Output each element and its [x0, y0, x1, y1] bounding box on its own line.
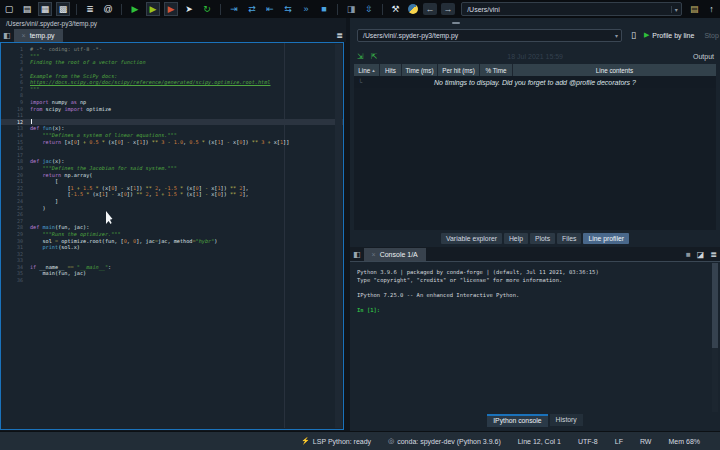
- code-line[interactable]: 9import numpy as np: [1, 99, 343, 106]
- code-line[interactable]: 28def main(fun, jac):: [1, 224, 343, 231]
- column-header-line-contents[interactable]: Line contents: [513, 64, 716, 76]
- code-line[interactable]: 22 [1 + 1.5 * (x[0] - x[1]) ** 2, -1.5 *…: [1, 184, 343, 191]
- code-line[interactable]: 14 """Defines a system of linear equatio…: [1, 132, 343, 139]
- chevron-down-icon[interactable]: ▾: [671, 6, 681, 13]
- code-line[interactable]: 34if __name__ == "__main__":: [1, 264, 343, 271]
- code-line[interactable]: 17: [1, 152, 343, 159]
- console-prompt[interactable]: In [1]:: [350, 307, 720, 315]
- encoding-status[interactable]: UTF-8: [578, 438, 598, 445]
- interpreter-status[interactable]: ◎conda: spyder-dev (Python 3.9.6): [388, 437, 501, 445]
- code-line[interactable]: 4: [1, 66, 343, 73]
- working-directory-combobox[interactable]: /Users/vini ▾: [461, 2, 682, 16]
- code-line[interactable]: 10from scipy import optimize: [1, 105, 343, 112]
- splitter-handle[interactable]: [452, 22, 460, 24]
- step-return-icon[interactable]: ⇆: [281, 2, 295, 16]
- code-line[interactable]: 11: [1, 112, 343, 119]
- expand-all-icon[interactable]: ⇱: [371, 52, 378, 61]
- column-header-per-hit-ms-[interactable]: Per hit (ms): [438, 64, 480, 76]
- run-selection-icon[interactable]: ➤: [182, 2, 196, 16]
- tab-history[interactable]: History: [550, 414, 583, 426]
- code-line[interactable]: 1# -*- coding: utf-8 -*-: [1, 46, 343, 53]
- save-all-icon[interactable]: ▩: [56, 2, 70, 16]
- code-line[interactable]: 21 [: [1, 178, 343, 185]
- code-line[interactable]: 31 print(sol.x): [1, 244, 343, 251]
- preferences-icon[interactable]: ⚒: [389, 2, 402, 16]
- profiler-table-header[interactable]: Line▴HitsTime (ms)Per hit (ms)% TimeLine…: [354, 64, 716, 76]
- code-line[interactable]: 33: [1, 257, 343, 264]
- code-line[interactable]: 18def jac(x):: [1, 158, 343, 165]
- step-over-icon[interactable]: ⇄: [245, 2, 259, 16]
- continue-icon[interactable]: »: [299, 2, 313, 16]
- code-line[interactable]: 36: [1, 277, 343, 284]
- ipython-console-output[interactable]: Python 3.9.6 | packaged by conda-forge |…: [350, 261, 720, 414]
- code-line[interactable]: 32: [1, 250, 343, 257]
- code-line[interactable]: 27: [1, 217, 343, 224]
- console-options-icon[interactable]: ≣: [710, 250, 717, 259]
- browse-directory-icon[interactable]: ▤: [688, 2, 701, 16]
- console-tab[interactable]: × Console 1/A: [364, 248, 426, 261]
- debug-file-icon[interactable]: ⇥: [227, 2, 241, 16]
- column-header--time[interactable]: % Time: [480, 64, 513, 76]
- code-line[interactable]: 29 """Runs the optimizer.""": [1, 231, 343, 238]
- tab-plots[interactable]: Plots: [530, 233, 555, 244]
- back-icon[interactable]: ←: [423, 3, 437, 15]
- chevron-down-icon[interactable]: ▾: [612, 32, 621, 39]
- code-line[interactable]: 2""": [1, 53, 343, 60]
- code-line[interactable]: 8: [1, 92, 343, 99]
- code-line[interactable]: 20 return np.array(: [1, 171, 343, 178]
- code-line[interactable]: 25 ): [1, 204, 343, 211]
- save-file-icon[interactable]: ▦: [38, 2, 52, 16]
- rerun-cell-icon[interactable]: ↻: [200, 2, 214, 16]
- code-line[interactable]: 3Finding the root of a vector function: [1, 59, 343, 66]
- parent-directory-icon[interactable]: ↑: [705, 2, 718, 16]
- new-file-icon[interactable]: ▢: [2, 2, 16, 16]
- profiler-file-combobox[interactable]: /Users/vini/.spyder-py3/temp.py ▾: [357, 29, 622, 42]
- code-line[interactable]: 26: [1, 211, 343, 218]
- editor-tab-temp-py[interactable]: × temp.py: [14, 29, 63, 42]
- close-icon[interactable]: ×: [22, 32, 26, 39]
- column-header-hits[interactable]: Hits: [380, 64, 402, 76]
- collapse-all-icon[interactable]: ⇲: [357, 52, 364, 61]
- browse-tabs-icon[interactable]: ◧: [353, 250, 361, 259]
- code-line[interactable]: 15 return [x[0] + 0.5 * (x[0] - x[1]) **…: [1, 138, 343, 145]
- close-icon[interactable]: ×: [372, 251, 376, 258]
- tab-line-profiler[interactable]: Line profiler: [583, 233, 629, 244]
- file-switcher-icon[interactable]: ≣: [83, 2, 97, 16]
- column-header-line[interactable]: Line▴: [354, 64, 380, 76]
- cursor-position[interactable]: Line 12, Col 1: [518, 438, 561, 445]
- readwrite-status[interactable]: RW: [640, 438, 652, 445]
- step-into-icon[interactable]: ⇤: [263, 2, 277, 16]
- select-script-icon[interactable]: ▯: [631, 30, 636, 40]
- console-scrollbar-thumb[interactable]: [712, 263, 718, 348]
- tab-variable-explorer[interactable]: Variable explorer: [441, 233, 502, 244]
- run-file-icon[interactable]: ▶: [128, 2, 142, 16]
- code-line[interactable]: 24 ]: [1, 198, 343, 205]
- code-line[interactable]: 23 [-1.5 * (x[1] - x[0]) ** 2, 1 + 1.5 *…: [1, 191, 343, 198]
- code-line[interactable]: 19 """Defines the Jacobian for said syst…: [1, 165, 343, 172]
- pythonpath-manager-icon[interactable]: [406, 2, 419, 16]
- stop-button[interactable]: Stop: [704, 32, 718, 39]
- find-symbols-icon[interactable]: @: [101, 2, 115, 16]
- column-header-time-ms-[interactable]: Time (ms): [402, 64, 438, 76]
- code-line[interactable]: 16: [1, 145, 343, 152]
- code-line[interactable]: 7""": [1, 86, 343, 93]
- memory-status[interactable]: Mem 68%: [668, 438, 700, 445]
- code-line[interactable]: 35 main(fun, jac): [1, 270, 343, 277]
- fullscreen-icon[interactable]: ⇳: [362, 2, 376, 16]
- tab-help[interactable]: Help: [504, 233, 528, 244]
- code-line[interactable]: 6https://docs.scipy.org/doc/scipy/refere…: [1, 79, 343, 86]
- editor-scrollbar[interactable]: [335, 44, 342, 428]
- interrupt-kernel-icon[interactable]: ■: [686, 250, 691, 259]
- code-line[interactable]: 30 sol = optimize.root(fun, [0, 0], jac=…: [1, 237, 343, 244]
- run-cell-advance-icon[interactable]: ▶: [164, 2, 178, 16]
- clear-console-icon[interactable]: ◪: [697, 250, 705, 259]
- code-line[interactable]: 13def fun(x):: [1, 125, 343, 132]
- lsp-status[interactable]: ⚡LSP Python: ready: [301, 437, 371, 445]
- stop-debug-icon[interactable]: ■: [317, 2, 331, 16]
- open-file-icon[interactable]: ▤: [20, 2, 34, 16]
- profile-by-line-button[interactable]: ▶ Profile by line: [644, 31, 694, 39]
- code-editor[interactable]: 1# -*- coding: utf-8 -*-2"""3Finding the…: [0, 42, 344, 430]
- code-line[interactable]: 12: [1, 119, 343, 126]
- editor-options-icon[interactable]: ≣: [336, 31, 343, 40]
- tab-ipython-console[interactable]: IPython console: [487, 414, 547, 427]
